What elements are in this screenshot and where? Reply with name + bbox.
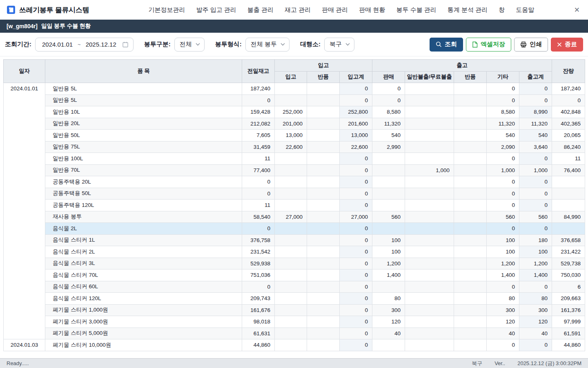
date-from-value[interactable]: 2024.01.01 xyxy=(42,41,73,48)
item-cell[interactable]: 폐기물 스티커 1,000원 xyxy=(45,304,242,316)
value-cell[interactable] xyxy=(372,153,405,165)
value-cell[interactable] xyxy=(307,83,340,95)
value-cell[interactable] xyxy=(275,258,307,269)
menu-item-8[interactable]: 통계 분석 관리 xyxy=(448,6,488,14)
value-cell[interactable]: 402,848 xyxy=(552,106,585,118)
menu-item-4[interactable]: 재고 관리 xyxy=(285,6,311,14)
value-cell[interactable] xyxy=(307,118,340,130)
item-cell[interactable]: 재사용 봉투 xyxy=(45,211,242,223)
menu-item-6[interactable]: 판매 현황 xyxy=(359,6,385,14)
value-cell[interactable]: 0 xyxy=(340,153,372,165)
value-cell[interactable] xyxy=(275,234,307,246)
value-cell[interactable]: 161,676 xyxy=(242,304,275,316)
value-cell[interactable]: 187,240 xyxy=(242,83,275,95)
value-cell[interactable] xyxy=(307,246,340,258)
value-cell[interactable]: 252,000 xyxy=(275,106,307,118)
value-cell[interactable]: 86,240 xyxy=(552,141,585,153)
value-cell[interactable]: 11,320 xyxy=(487,118,519,130)
value-cell[interactable] xyxy=(454,234,487,246)
value-cell[interactable] xyxy=(275,200,307,211)
value-cell[interactable]: 7,605 xyxy=(242,130,275,141)
value-cell[interactable] xyxy=(275,328,307,339)
item-cell[interactable]: 일반용 75L xyxy=(45,141,242,153)
value-cell[interactable] xyxy=(454,200,487,211)
value-cell[interactable] xyxy=(405,106,454,118)
item-cell[interactable]: 음식물 스티커 60L xyxy=(45,281,242,293)
value-cell[interactable]: 22,600 xyxy=(275,141,307,153)
value-cell[interactable] xyxy=(405,304,454,316)
value-cell[interactable]: 0 xyxy=(340,83,372,95)
menu-item-1[interactable]: 기본정보관리 xyxy=(148,6,185,14)
value-cell[interactable]: 27,000 xyxy=(275,211,307,223)
value-cell[interactable]: 100 xyxy=(372,234,405,246)
value-cell[interactable]: 1,400 xyxy=(487,269,519,281)
value-cell[interactable] xyxy=(307,211,340,223)
value-cell[interactable]: 11 xyxy=(242,153,275,165)
window-close-icon[interactable]: ✕ xyxy=(572,5,581,15)
value-cell[interactable] xyxy=(307,200,340,211)
value-cell[interactable]: 11,320 xyxy=(372,118,405,130)
value-cell[interactable]: 0 xyxy=(519,339,552,351)
value-cell[interactable]: 40 xyxy=(519,328,552,339)
value-cell[interactable]: 0 xyxy=(487,176,519,188)
value-cell[interactable]: 212,082 xyxy=(242,118,275,130)
value-cell[interactable] xyxy=(307,106,340,118)
value-cell[interactable]: 209,743 xyxy=(242,293,275,305)
value-cell[interactable]: 6 xyxy=(552,281,585,293)
value-cell[interactable] xyxy=(552,200,585,211)
value-cell[interactable] xyxy=(307,223,340,235)
value-cell[interactable]: 120 xyxy=(487,316,519,328)
value-cell[interactable]: 300 xyxy=(372,304,405,316)
value-cell[interactable]: 0 xyxy=(340,293,372,305)
value-cell[interactable]: 80 xyxy=(519,293,552,305)
value-cell[interactable]: 76,400 xyxy=(552,164,585,176)
value-cell[interactable] xyxy=(275,339,307,351)
value-cell[interactable]: 0 xyxy=(519,200,552,211)
value-cell[interactable]: 40 xyxy=(487,328,519,339)
print-button[interactable]: 인쇄 xyxy=(514,38,548,52)
menu-item-2[interactable]: 발주 입고 관리 xyxy=(196,6,236,14)
item-cell[interactable]: 일반용 50L xyxy=(45,130,242,141)
value-cell[interactable] xyxy=(307,234,340,246)
value-cell[interactable]: 0 xyxy=(340,234,372,246)
value-cell[interactable] xyxy=(275,281,307,293)
item-cell[interactable]: 음식물 스티커 2L xyxy=(45,246,242,258)
value-cell[interactable]: 0 xyxy=(242,94,275,106)
value-cell[interactable] xyxy=(405,118,454,130)
value-cell[interactable]: 0 xyxy=(340,316,372,328)
value-cell[interactable]: 750,030 xyxy=(552,269,585,281)
value-cell[interactable] xyxy=(275,269,307,281)
value-cell[interactable]: 0 xyxy=(487,223,519,235)
value-cell[interactable]: 97,999 xyxy=(552,316,585,328)
value-cell[interactable]: 0 xyxy=(340,188,372,200)
value-cell[interactable] xyxy=(405,176,454,188)
value-cell[interactable]: 209,663 xyxy=(552,293,585,305)
value-cell[interactable] xyxy=(405,188,454,200)
value-cell[interactable]: 201,000 xyxy=(275,118,307,130)
value-cell[interactable]: 0 xyxy=(242,223,275,235)
item-cell[interactable]: 일반용 100L xyxy=(45,153,242,165)
value-cell[interactable] xyxy=(405,200,454,211)
value-cell[interactable] xyxy=(454,94,487,106)
value-cell[interactable]: 560 xyxy=(372,211,405,223)
value-cell[interactable]: 187,240 xyxy=(552,83,585,95)
value-cell[interactable] xyxy=(307,153,340,165)
value-cell[interactable]: 252,800 xyxy=(340,106,372,118)
value-cell[interactable]: 300 xyxy=(519,304,552,316)
value-cell[interactable] xyxy=(307,94,340,106)
value-cell[interactable] xyxy=(552,176,585,188)
value-cell[interactable]: 0 xyxy=(519,188,552,200)
value-cell[interactable]: 161,376 xyxy=(552,304,585,316)
value-cell[interactable] xyxy=(307,293,340,305)
value-cell[interactable]: 0 xyxy=(487,83,519,95)
value-cell[interactable] xyxy=(372,200,405,211)
value-cell[interactable]: 13,000 xyxy=(275,130,307,141)
value-cell[interactable] xyxy=(275,153,307,165)
value-cell[interactable] xyxy=(275,304,307,316)
bag-format-select[interactable]: 전체 봉투 xyxy=(245,38,290,52)
value-cell[interactable] xyxy=(454,258,487,269)
item-cell[interactable]: 일반용 5L xyxy=(45,83,242,95)
value-cell[interactable] xyxy=(307,304,340,316)
date-to-value[interactable]: 2025.12.12 xyxy=(86,41,116,48)
value-cell[interactable]: 8,580 xyxy=(487,106,519,118)
